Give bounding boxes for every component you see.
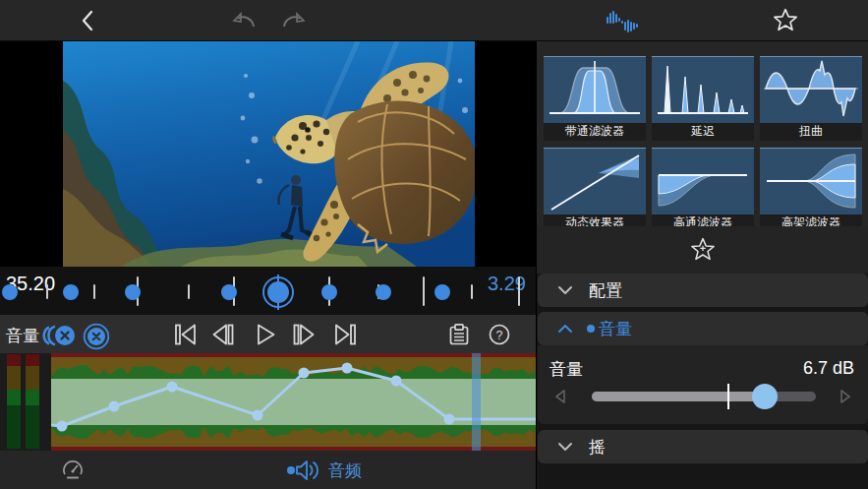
section-volume-label: 音量 — [599, 318, 632, 340]
chevron-up-icon — [557, 324, 573, 334]
keyframed-indicator-dot — [587, 325, 595, 333]
section-config[interactable]: 配置 — [538, 274, 868, 307]
volume-increase-button[interactable] — [839, 389, 852, 408]
gauge-icon — [61, 458, 85, 482]
audio-track-area — [0, 353, 536, 451]
video-preview-area — [0, 41, 536, 267]
delete-all-keyframes-icon — [41, 324, 77, 347]
selected-keyframe[interactable] — [267, 281, 289, 303]
track-parameter-label: 音量 — [6, 325, 39, 347]
skip-to-start-button[interactable] — [173, 323, 199, 350]
skip-to-end-button[interactable] — [332, 323, 358, 350]
effect-label: 动态效果器 — [544, 214, 646, 226]
vu-meter — [0, 353, 51, 451]
effect-tile-dynamics[interactable]: 动态效果器 — [544, 148, 646, 226]
delete-all-keyframes-button[interactable] — [41, 324, 77, 351]
vu-meter-bar-left — [7, 354, 21, 449]
video-frame[interactable] — [63, 41, 475, 267]
play-button[interactable] — [254, 323, 277, 350]
scrubber-tick — [93, 284, 95, 299]
back-button[interactable] — [77, 9, 100, 32]
effect-tile-bandpass[interactable]: 带通滤波器 — [544, 56, 646, 141]
transport-bar: 音量 — [0, 315, 536, 353]
section-volume[interactable]: 音量 — [538, 312, 868, 345]
skip-to-end-icon — [332, 323, 358, 346]
delete-keyframe-icon — [83, 323, 110, 350]
effect-tile-delay[interactable]: 延迟 — [652, 56, 754, 141]
delay-icon — [652, 56, 754, 123]
effect-tile-highshelf[interactable]: 高架滤波器 — [760, 148, 862, 226]
keyframe-dot[interactable] — [125, 284, 141, 300]
volume-decrease-button[interactable] — [553, 389, 567, 408]
redo-button[interactable] — [280, 9, 308, 32]
keyframe-dot[interactable] — [63, 284, 79, 300]
audio-editor-app: 35.20 3.29 音量 — [0, 0, 868, 489]
scrubber-tick — [518, 276, 520, 306]
help-button[interactable]: ? — [488, 323, 511, 350]
keyframe-dot[interactable] — [434, 284, 450, 300]
top-toolbar — [0, 0, 868, 41]
scrubber-tick — [188, 284, 190, 299]
effect-label: 高架滤波器 — [760, 214, 862, 226]
step-forward-icon — [291, 323, 317, 346]
section-pan[interactable]: 摇 — [538, 430, 868, 463]
chevron-down-icon — [557, 285, 573, 295]
volume-param-label: 音量 — [550, 358, 583, 381]
step-back-button[interactable] — [210, 323, 236, 350]
effect-tile-distortion[interactable]: 扭曲 — [760, 56, 862, 141]
keyframe-dot[interactable] — [2, 284, 18, 300]
bottom-bar: 音频 — [0, 451, 536, 489]
track-selector-audio[interactable]: 音频 — [287, 458, 362, 483]
audio-track-label: 音频 — [328, 459, 362, 482]
help-icon: ? — [488, 323, 511, 346]
panel-filler — [537, 463, 868, 489]
volume-slider-zero-tick — [727, 384, 729, 409]
add-favorite-button[interactable] — [690, 237, 716, 267]
speed-button[interactable] — [61, 458, 85, 486]
vu-meter-bar-right — [26, 354, 39, 449]
scrubber-tick — [46, 284, 48, 299]
highshelf-icon — [760, 148, 862, 214]
volume-controls: 音量 6.7 dB — [538, 345, 868, 424]
favorite-button[interactable] — [773, 8, 798, 33]
section-pan-label: 摇 — [589, 436, 606, 458]
clipboard-button[interactable] — [447, 323, 471, 350]
keyframe-dot[interactable] — [321, 284, 337, 300]
favorites-row — [537, 226, 868, 274]
step-back-icon — [210, 323, 236, 346]
bandpass-icon — [544, 56, 646, 123]
volume-value: 6.7 dB — [803, 358, 854, 379]
keyframe-dot[interactable] — [221, 284, 237, 300]
scrubber-end-time: 3.29 — [488, 273, 526, 295]
delete-keyframe-button[interactable] — [83, 323, 110, 354]
effects-grid: 带通滤波器 延迟 — [537, 41, 868, 226]
effect-tile-highpass[interactable]: 高通滤波器 — [652, 148, 754, 226]
volume-slider-track[interactable] — [592, 392, 816, 401]
scrubber-tick — [471, 284, 473, 299]
audio-waveform-clip[interactable] — [51, 353, 536, 451]
redo-icon — [280, 9, 308, 32]
section-config-label: 配置 — [589, 279, 622, 302]
back-chevron-icon — [77, 9, 100, 32]
keyframe-scrubber[interactable]: 35.20 3.29 — [0, 267, 536, 315]
chevron-down-icon — [557, 442, 573, 452]
speaker-icon — [287, 458, 320, 483]
skip-to-start-icon — [173, 323, 199, 346]
star-icon — [773, 8, 798, 33]
play-icon — [254, 323, 277, 346]
sea-turtle-video-still — [63, 41, 475, 267]
dynamics-icon — [544, 148, 646, 214]
star-plus-icon — [690, 237, 716, 263]
audio-waveform-mode-button[interactable] — [607, 10, 640, 33]
undo-icon — [230, 9, 258, 32]
audio-waveform-icon — [607, 10, 640, 33]
playhead[interactable] — [472, 353, 481, 451]
keyframe-dot[interactable] — [376, 284, 391, 300]
svg-text:?: ? — [496, 329, 503, 342]
volume-slider-thumb[interactable] — [752, 384, 778, 409]
undo-button[interactable] — [230, 9, 258, 32]
effect-label: 高通滤波器 — [652, 214, 754, 226]
distortion-icon — [760, 56, 862, 123]
effect-label: 延迟 — [652, 123, 754, 141]
step-forward-button[interactable] — [291, 323, 317, 350]
